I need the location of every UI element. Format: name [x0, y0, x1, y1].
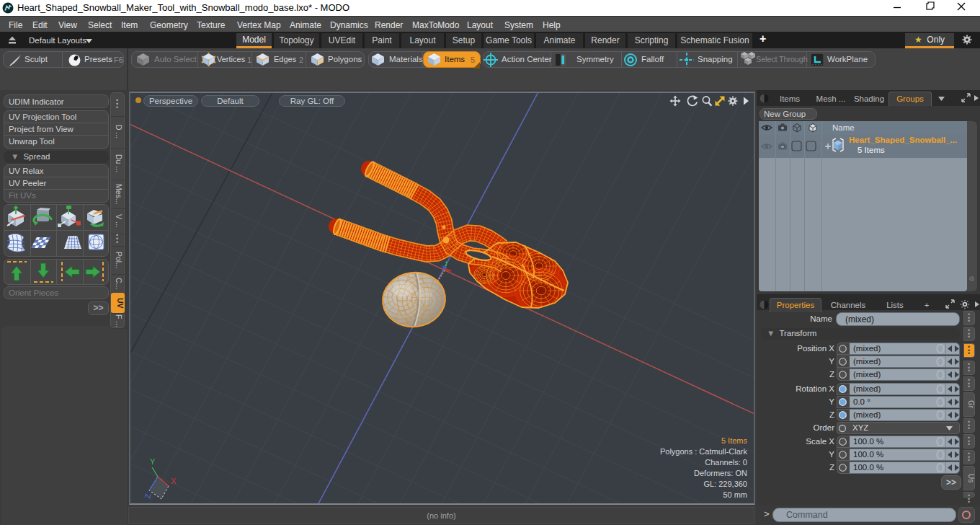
- svg-text:Z: Z: [143, 493, 152, 499]
- svg-text:Y: Y: [150, 457, 156, 466]
- svg-text:X: X: [171, 477, 177, 485]
